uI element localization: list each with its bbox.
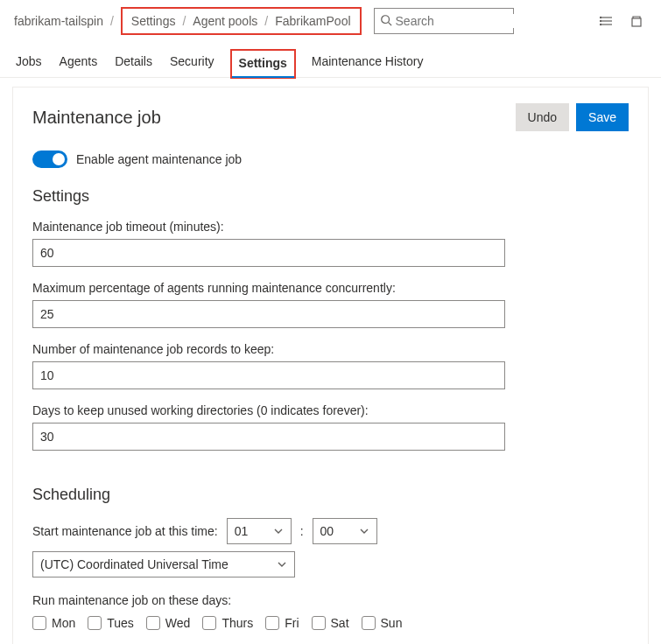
tab-details[interactable]: Details — [113, 47, 154, 77]
timeout-input[interactable] — [32, 239, 505, 267]
breadcrumb: fabrikam-tailspin / Settings / Agent poo… — [14, 7, 362, 35]
content-panel: Maintenance job Undo Save Enable agent m… — [12, 87, 649, 644]
tab-jobs[interactable]: Jobs — [14, 47, 44, 77]
hour-select[interactable]: 01 — [227, 518, 292, 544]
records-label: Number of maintenance job records to kee… — [32, 342, 629, 356]
settings-heading: Settings — [32, 187, 629, 206]
breadcrumb-sep: / — [180, 14, 187, 28]
timezone-value: (UTC) Coordinated Universal Time — [40, 557, 229, 571]
breadcrumb-item-settings[interactable]: Settings — [131, 14, 176, 28]
checkbox-icon — [32, 616, 46, 630]
day-label: Tues — [107, 616, 134, 630]
dayskeep-field: Days to keep unused working directories … — [32, 403, 629, 451]
chevron-down-icon — [273, 526, 284, 536]
tab-agents[interactable]: Agents — [58, 47, 100, 77]
checkbox-icon — [312, 616, 326, 630]
tab-maintenance-history[interactable]: Maintenance History — [310, 47, 425, 77]
maxpct-input[interactable] — [32, 300, 505, 328]
schedule-start-label: Start maintenance job at this time: — [32, 524, 218, 538]
maxpct-label: Maximum percentage of agents running mai… — [32, 281, 629, 295]
day-fri[interactable]: Fri — [265, 616, 299, 630]
day-tues[interactable]: Tues — [88, 616, 134, 630]
time-separator: : — [299, 524, 306, 538]
svg-line-1 — [388, 22, 391, 25]
day-mon[interactable]: Mon — [32, 616, 75, 630]
minute-select[interactable]: 00 — [313, 518, 377, 544]
day-label: Thurs — [222, 616, 253, 630]
day-label: Mon — [52, 616, 75, 630]
schedule-days-row: Mon Tues Wed Thurs Fri Sat Sun — [32, 616, 629, 630]
day-label: Sat — [331, 616, 349, 630]
day-label: Wed — [165, 616, 191, 630]
enable-maintenance-toggle[interactable] — [32, 150, 67, 168]
breadcrumb-highlight: Settings / Agent pools / FabrikamPool — [121, 7, 362, 35]
svg-point-6 — [600, 20, 601, 21]
timezone-select[interactable]: (UTC) Coordinated Universal Time — [32, 551, 295, 578]
day-sat[interactable]: Sat — [312, 616, 349, 630]
svg-point-5 — [600, 17, 601, 18]
minute-value: 00 — [320, 524, 334, 538]
timeout-label: Maintenance job timeout (minutes): — [32, 220, 629, 234]
tab-security[interactable]: Security — [168, 47, 216, 77]
schedule-days-label: Run maintenance job on these days: — [32, 593, 629, 607]
page-title: Maintenance job — [32, 108, 161, 128]
breadcrumb-sep: / — [263, 14, 270, 28]
svg-point-0 — [381, 15, 389, 23]
schedule-time-row: Start maintenance job at this time: 01 :… — [32, 518, 629, 578]
enable-maintenance-label: Enable agent maintenance job — [76, 152, 242, 166]
day-wed[interactable]: Wed — [146, 616, 191, 630]
breadcrumb-item-fabrikampool[interactable]: FabrikamPool — [275, 14, 350, 28]
save-button[interactable]: Save — [576, 103, 629, 131]
tab-settings[interactable]: Settings — [230, 49, 296, 79]
breadcrumb-item-agent-pools[interactable]: Agent pools — [193, 14, 257, 28]
checkbox-icon — [88, 616, 102, 630]
day-thurs[interactable]: Thurs — [202, 616, 253, 630]
hour-value: 01 — [235, 524, 249, 538]
svg-point-7 — [600, 24, 601, 24]
checkbox-icon — [362, 616, 376, 630]
search-input[interactable] — [396, 14, 549, 28]
dayskeep-input[interactable] — [32, 423, 505, 451]
tabs: Jobs Agents Details Security Settings Ma… — [0, 44, 661, 78]
content-header: Maintenance job Undo Save — [32, 103, 629, 131]
dayskeep-label: Days to keep unused working directories … — [32, 403, 629, 417]
checkbox-icon — [202, 616, 216, 630]
top-bar: fabrikam-tailspin / Settings / Agent poo… — [0, 0, 661, 44]
chevron-down-icon — [277, 559, 287, 570]
market-icon[interactable] — [626, 10, 647, 32]
day-sun[interactable]: Sun — [362, 616, 403, 630]
svg-rect-8 — [632, 18, 641, 26]
scheduling-heading: Scheduling — [32, 486, 629, 504]
day-label: Fri — [285, 616, 299, 630]
undo-button[interactable]: Undo — [516, 103, 569, 131]
search-icon — [380, 14, 392, 29]
search-box[interactable] — [374, 8, 514, 34]
records-input[interactable] — [32, 361, 505, 389]
checkbox-icon — [146, 616, 160, 630]
timeout-field: Maintenance job timeout (minutes): — [32, 220, 629, 267]
enable-maintenance-row: Enable agent maintenance job — [32, 150, 629, 168]
breadcrumb-org[interactable]: fabrikam-tailspin — [14, 14, 103, 28]
checkbox-icon — [265, 616, 279, 630]
day-label: Sun — [381, 616, 403, 630]
list-view-icon[interactable] — [596, 10, 617, 32]
actions: Undo Save — [516, 103, 629, 131]
maxpct-field: Maximum percentage of agents running mai… — [32, 281, 629, 328]
records-field: Number of maintenance job records to kee… — [32, 342, 629, 389]
chevron-down-icon — [359, 526, 369, 536]
breadcrumb-sep: / — [109, 14, 116, 28]
